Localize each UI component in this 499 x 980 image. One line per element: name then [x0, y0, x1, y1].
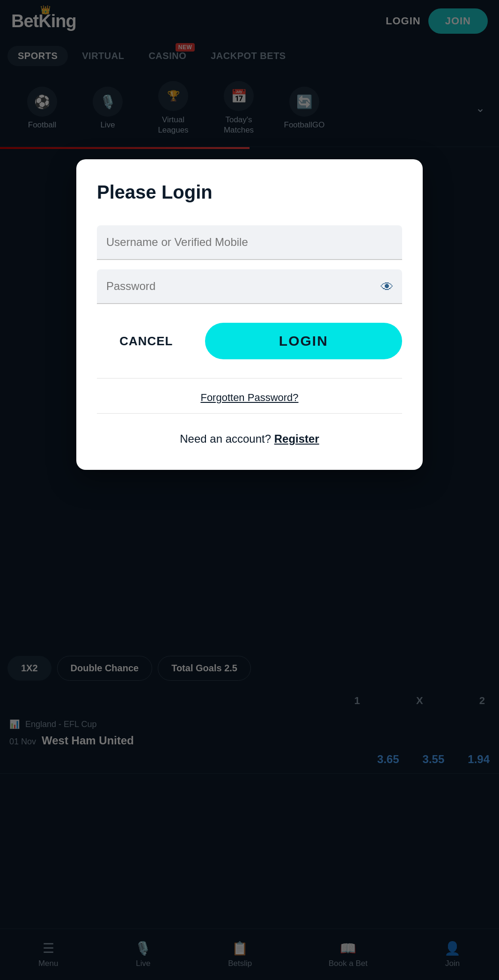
cancel-button[interactable]: CANCEL — [97, 325, 196, 358]
login-modal: Please Login 👁 CANCEL LOGIN Forgotten Pa… — [76, 159, 423, 470]
password-input[interactable] — [97, 269, 402, 304]
modal-title: Please Login — [97, 182, 402, 203]
login-modal-button[interactable]: LOGIN — [205, 323, 402, 359]
eye-icon[interactable]: 👁 — [381, 279, 394, 295]
modal-divider-2 — [97, 413, 402, 414]
modal-buttons: CANCEL LOGIN — [97, 323, 402, 359]
password-wrapper: 👁 — [97, 269, 402, 304]
register-row: Need an account? Register — [97, 421, 402, 449]
modal-divider — [97, 378, 402, 379]
username-input[interactable] — [97, 225, 402, 260]
forgot-password-section: Forgotten Password? — [97, 392, 402, 404]
modal-overlay[interactable] — [0, 0, 499, 980]
need-account-text: Need an account? — [180, 432, 271, 445]
forgot-password-link[interactable]: Forgotten Password? — [200, 392, 298, 403]
register-link[interactable]: Register — [274, 432, 319, 445]
